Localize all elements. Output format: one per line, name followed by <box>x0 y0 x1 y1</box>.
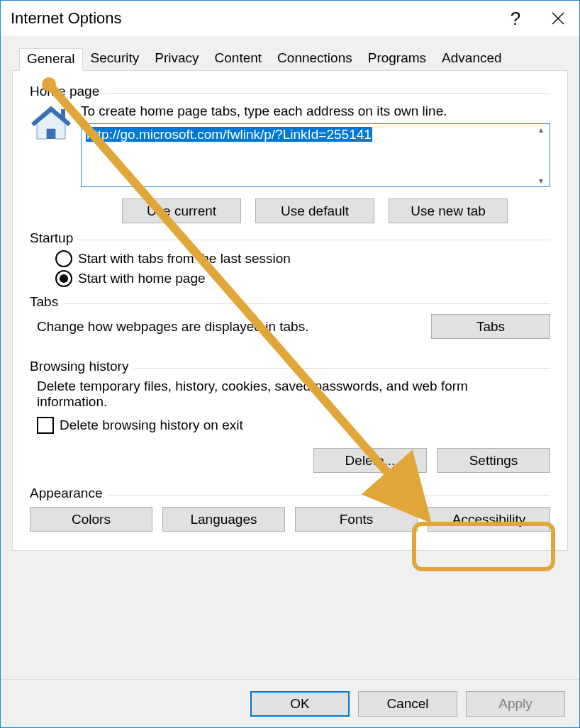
homepage-instruction: To create home page tabs, type each addr… <box>81 103 550 119</box>
svg-rect-4 <box>61 109 65 118</box>
group-appearance: Appearance Colors Languages Fonts Access… <box>30 486 550 532</box>
scroll-up-icon[interactable]: ▴ <box>534 125 548 134</box>
group-tabs: Tabs Change how webpages are displayed i… <box>30 294 550 339</box>
radio-start-last-session[interactable]: Start with tabs from the last session <box>55 250 550 267</box>
apply-button[interactable]: Apply <box>466 691 565 717</box>
settings-button[interactable]: Settings <box>437 448 550 473</box>
dialog-body: General Security Privacy Content Connect… <box>1 36 579 679</box>
use-new-tab-button[interactable]: Use new tab <box>389 198 508 223</box>
internet-options-window: Internet Options ? General Security Priv… <box>0 0 580 728</box>
radio-icon <box>55 250 72 267</box>
svg-rect-5 <box>47 129 55 139</box>
appearance-heading: Appearance <box>30 486 102 501</box>
use-default-button[interactable]: Use default <box>255 198 374 223</box>
dialog-footer: OK Cancel Apply <box>1 679 579 727</box>
scroll-down-icon[interactable]: ▾ <box>534 177 548 185</box>
help-button[interactable]: ? <box>494 1 537 36</box>
checkbox-label: Delete browsing history on exit <box>60 418 243 433</box>
languages-button[interactable]: Languages <box>162 507 285 532</box>
cancel-button[interactable]: Cancel <box>358 691 457 717</box>
homepage-address-value: http://go.microsoft.com/fwlink/p/?LinkId… <box>86 127 372 142</box>
close-button[interactable] <box>537 1 579 36</box>
group-browsing-history: Browsing history Delete temporary files,… <box>30 359 550 473</box>
accessibility-button[interactable]: Accessibility <box>428 507 550 532</box>
tabs-heading: Tabs <box>30 294 58 310</box>
tab-advanced[interactable]: Advanced <box>434 47 510 70</box>
close-icon <box>551 11 565 26</box>
browsing-history-description: Delete temporary files, history, cookies… <box>37 379 491 410</box>
radio-label: Start with tabs from the last session <box>78 251 291 267</box>
delete-button[interactable]: Delete... <box>313 448 427 473</box>
tabstrip: General Security Privacy Content Connect… <box>19 47 568 70</box>
textarea-scroll[interactable]: ▴ ▾ <box>534 125 548 185</box>
radio-label: Start with home page <box>78 271 206 286</box>
delete-on-exit-checkbox[interactable]: Delete browsing history on exit <box>37 417 550 434</box>
tab-programs[interactable]: Programs <box>360 47 434 70</box>
tab-content[interactable]: Content <box>207 47 270 70</box>
radio-start-home-page[interactable]: Start with home page <box>55 270 550 287</box>
tab-privacy[interactable]: Privacy <box>147 47 206 70</box>
tabs-description: Change how webpages are displayed in tab… <box>37 319 417 335</box>
tabs-button[interactable]: Tabs <box>431 314 550 339</box>
titlebar: Internet Options ? <box>1 1 579 36</box>
radio-icon <box>55 270 72 287</box>
ok-button[interactable]: OK <box>250 691 350 717</box>
tab-security[interactable]: Security <box>83 47 147 70</box>
window-title: Internet Options <box>11 9 494 28</box>
colors-button[interactable]: Colors <box>30 507 152 532</box>
group-homepage: Home page To create home page tabs, type <box>30 84 550 223</box>
homepage-address-input[interactable]: http://go.microsoft.com/fwlink/p/?LinkId… <box>81 123 550 187</box>
tab-panel-general: Home page To create home page tabs, type <box>12 70 568 551</box>
homepage-heading: Home page <box>30 84 99 99</box>
startup-heading: Startup <box>30 230 73 246</box>
tab-general[interactable]: General <box>19 48 83 71</box>
checkbox-icon <box>37 417 54 434</box>
tab-connections[interactable]: Connections <box>269 47 360 70</box>
home-icon <box>30 103 72 146</box>
fonts-button[interactable]: Fonts <box>295 507 418 532</box>
group-startup: Startup Start with tabs from the last se… <box>30 230 550 287</box>
browsing-history-heading: Browsing history <box>30 359 128 374</box>
use-current-button[interactable]: Use current <box>122 198 241 223</box>
